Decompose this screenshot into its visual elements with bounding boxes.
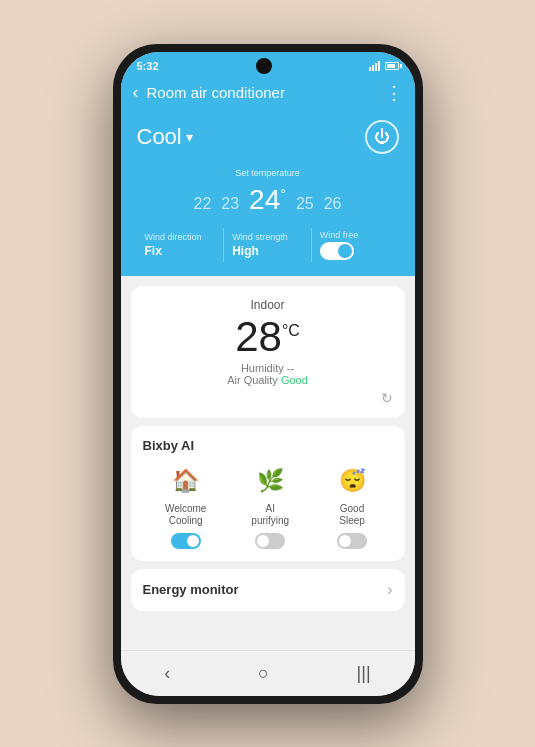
indoor-unit: °C [282,322,300,339]
mode-selector[interactable]: Cool ▾ [137,124,193,150]
nav-home-button[interactable]: ○ [246,659,281,688]
set-temp-label: Set temperature [235,168,300,178]
battery-icon [385,62,399,70]
energy-title: Energy monitor [143,582,239,597]
wind-strength-label: Wind strength [232,232,303,242]
indoor-humidity: Humidity -- [143,362,393,374]
main-content: Indoor 28°C Humidity -- Air Quality Good… [121,276,415,650]
indoor-card: Indoor 28°C Humidity -- Air Quality Good… [131,286,405,418]
temp-25[interactable]: 25 [296,195,314,213]
bixby-item-sleep: 😴 GoodSleep [334,463,370,549]
wind-strength-value: High [232,244,303,258]
wind-row: Wind direction Fix Wind strength High Wi… [137,226,399,264]
temperature-selector: 22 23 24° 25 26 [137,184,399,216]
chevron-right-icon: › [387,581,392,599]
bixby-title: Bixby AI [143,438,393,453]
welcome-cooling-toggle[interactable] [171,533,201,549]
page-title: Room air conditioner [147,84,377,101]
wind-free-label: Wind free [320,230,359,240]
mode-value: Cool [137,124,182,150]
bottom-nav: ‹ ○ ||| [121,650,415,696]
good-sleep-label: GoodSleep [339,503,365,527]
phone-container: 5:32 ‹ Room air conditioner ⋮ [113,44,423,704]
air-quality-value: Good [281,374,308,386]
power-icon: ⏻ [374,128,390,146]
camera-notch [256,58,272,74]
welcome-cooling-icon: 🏠 [168,463,204,499]
good-sleep-icon: 😴 [334,463,370,499]
bixby-items: 🏠 WelcomeCooling 🌿 AIpurifying [143,463,393,549]
power-button[interactable]: ⏻ [365,120,399,154]
control-area: Cool ▾ ⏻ Set temperature 22 23 24° 25 26… [121,112,415,276]
bixby-item-purifying: 🌿 AIpurifying [251,463,289,549]
indoor-temperature: 28°C [143,316,393,358]
bixby-item-welcome: 🏠 WelcomeCooling [165,463,207,549]
wind-strength: Wind strength High [224,228,312,262]
ai-purifying-icon: 🌿 [252,463,288,499]
nav-back-button[interactable]: ‹ [152,659,182,688]
indoor-air-quality: Air Quality Good [143,374,393,386]
app-header: ‹ Room air conditioner ⋮ [121,78,415,112]
good-sleep-toggle[interactable] [337,533,367,549]
temp-24-active[interactable]: 24° [249,184,286,216]
status-bar: 5:32 [121,52,415,78]
ai-purifying-toggle[interactable] [255,533,285,549]
ai-purifying-label: AIpurifying [251,503,289,527]
wind-direction-label: Wind direction [145,232,216,242]
temp-22[interactable]: 22 [194,195,212,213]
temp-26[interactable]: 26 [324,195,342,213]
status-time: 5:32 [137,60,159,72]
wind-free-toggle[interactable] [320,242,354,260]
wind-direction: Wind direction Fix [137,228,225,262]
energy-row: Energy monitor › [143,581,393,599]
energy-card[interactable]: Energy monitor › [131,569,405,611]
indoor-title: Indoor [143,298,393,312]
signal-icon [369,61,380,71]
phone-screen: 5:32 ‹ Room air conditioner ⋮ [121,52,415,696]
nav-recents-button[interactable]: ||| [345,659,383,688]
wind-free: Wind free [312,226,399,264]
bixby-card: Bixby AI 🏠 WelcomeCooling 🌿 AIpurifying [131,426,405,561]
welcome-cooling-label: WelcomeCooling [165,503,207,527]
temp-23[interactable]: 23 [221,195,239,213]
menu-button[interactable]: ⋮ [385,82,403,104]
mode-row: Cool ▾ ⏻ [137,120,399,154]
degree-symbol: ° [280,185,286,201]
mode-dropdown-icon: ▾ [186,129,193,145]
refresh-button[interactable]: ↻ [381,390,393,406]
status-icons [369,61,399,71]
back-button[interactable]: ‹ [133,82,139,103]
wind-direction-value: Fix [145,244,216,258]
